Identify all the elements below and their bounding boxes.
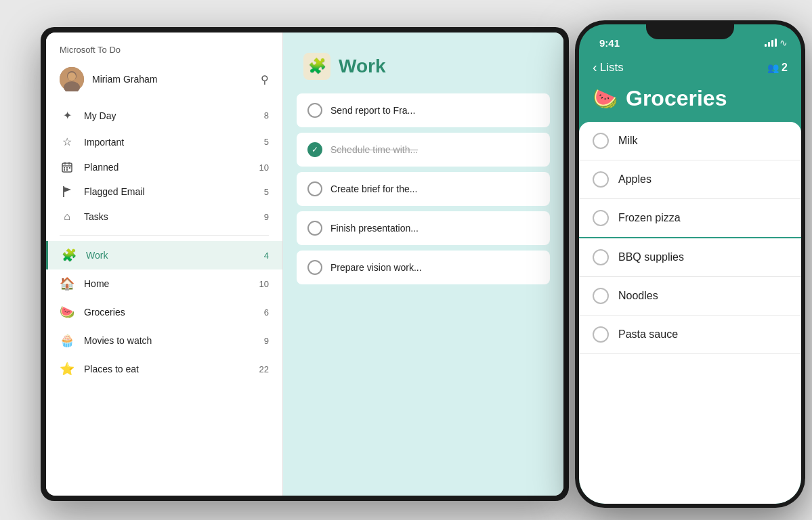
status-icons: ∿ <box>765 37 788 48</box>
people-button[interactable]: 👥 2 <box>767 62 788 74</box>
grocery-item[interactable]: Noodles <box>579 277 801 316</box>
grocery-item[interactable]: Apples <box>579 160 801 199</box>
phone-notch <box>646 20 734 39</box>
grocery-checkbox[interactable] <box>593 133 609 149</box>
phone-nav-bar: ‹ Lists 👥 2 <box>579 54 801 83</box>
movies-emoji-icon: 🧁 <box>60 333 74 348</box>
sidebar-nav: ✦ My Day 8 ☆ Important 5 <box>46 97 282 389</box>
user-info: Miriam Graham <box>60 67 157 91</box>
calendar-icon <box>60 162 74 173</box>
grocery-list: Milk Apples Frozen pizza BBQ supplies No… <box>579 122 801 504</box>
task-checkbox[interactable] <box>307 221 322 236</box>
sidebar-item-work[interactable]: 🧩 Work 4 <box>46 241 282 269</box>
svg-rect-9 <box>66 167 68 169</box>
nav-label: Home <box>84 278 259 289</box>
grocery-text: Noodles <box>618 290 658 302</box>
sidebar-item-flagged-email[interactable]: Flagged Email 5 <box>46 179 282 204</box>
nav-label: Flagged Email <box>84 186 264 197</box>
task-text: Schedule time with... <box>330 144 418 155</box>
sidebar-item-places[interactable]: ⭐ Places to eat 22 <box>46 355 282 383</box>
task-item[interactable]: ✓ Schedule time with... <box>297 133 550 167</box>
back-arrow-icon: ‹ <box>593 60 597 75</box>
signal-icon <box>765 39 777 47</box>
tablet-device: Microsoft To Do Miriam Graham ⚲ <box>41 27 569 501</box>
grocery-text: Frozen pizza <box>618 212 681 224</box>
nav-count: 5 <box>264 137 269 147</box>
task-text: Finish presentation... <box>330 223 419 234</box>
divider <box>60 235 269 236</box>
main-content: 🧩 Work Send report to Fra... ✓ Schedule … <box>283 32 563 496</box>
groceries-emoji-icon: 🍉 <box>60 305 74 320</box>
nav-count: 5 <box>264 187 269 197</box>
task-item[interactable]: Prepare vision work... <box>297 251 550 284</box>
nav-label: Important <box>84 137 264 148</box>
sidebar-item-my-day[interactable]: ✦ My Day 8 <box>46 102 282 129</box>
grocery-checkbox[interactable] <box>593 288 609 304</box>
task-list: Send report to Fra... ✓ Schedule time wi… <box>283 93 563 284</box>
sidebar: Microsoft To Do Miriam Graham ⚲ <box>46 32 283 496</box>
nav-count: 10 <box>259 279 269 289</box>
sidebar-item-home[interactable]: 🏠 Home 10 <box>46 269 282 298</box>
home-icon: ⌂ <box>60 211 74 223</box>
grocery-checkbox[interactable] <box>593 326 609 343</box>
nav-label: Planned <box>84 162 259 173</box>
sidebar-item-important[interactable]: ☆ Important 5 <box>46 129 282 155</box>
work-title: Work <box>339 56 386 77</box>
flag-icon <box>60 186 74 197</box>
task-item[interactable]: Finish presentation... <box>297 211 550 245</box>
places-emoji-icon: ⭐ <box>60 362 74 376</box>
checkmark-icon: ✓ <box>312 145 318 154</box>
nav-label: Groceries <box>84 307 264 318</box>
sun-icon: ✦ <box>60 109 74 122</box>
search-button[interactable]: ⚲ <box>261 73 269 86</box>
svg-point-3 <box>68 72 76 81</box>
user-row: Miriam Graham ⚲ <box>46 62 282 97</box>
status-time: 9:41 <box>599 37 620 49</box>
user-name: Miriam Graham <box>92 74 157 85</box>
work-emoji-icon: 🧩 <box>62 248 77 263</box>
grocery-item[interactable]: BBQ supplies <box>579 238 801 277</box>
phone-screen: 9:41 ∿ ‹ Lists 👥 2 <box>579 24 801 504</box>
grocery-item[interactable]: Frozen pizza <box>579 199 801 238</box>
nav-label: My Day <box>84 110 264 121</box>
home-emoji-icon: 🏠 <box>60 276 74 291</box>
task-checkbox[interactable] <box>307 181 322 196</box>
nav-count: 6 <box>264 307 269 318</box>
task-text: Prepare vision work... <box>330 262 422 273</box>
task-item[interactable]: Create brief for the... <box>297 172 550 206</box>
task-checkbox[interactable] <box>307 103 322 118</box>
task-checkbox[interactable] <box>307 260 322 275</box>
nav-label: Movies to watch <box>84 335 264 346</box>
grocery-checkbox[interactable] <box>593 249 609 265</box>
sidebar-item-planned[interactable]: Planned 10 <box>46 155 282 179</box>
grocery-header: 🍉 Groceries <box>579 83 801 122</box>
grocery-text: Apples <box>618 173 651 186</box>
back-label: Lists <box>600 61 624 74</box>
svg-rect-8 <box>64 167 65 169</box>
people-icon: 👥 <box>767 62 779 73</box>
grocery-checkbox[interactable] <box>593 210 609 226</box>
grocery-text: Pasta sauce <box>618 328 678 341</box>
task-item[interactable]: Send report to Fra... <box>297 93 550 127</box>
grocery-text: BBQ supplies <box>618 251 684 263</box>
task-checkbox-completed[interactable]: ✓ <box>307 142 322 157</box>
nav-count: 4 <box>264 251 269 261</box>
back-button[interactable]: ‹ Lists <box>593 60 624 75</box>
grocery-checkbox[interactable] <box>593 171 609 188</box>
sidebar-item-groceries[interactable]: 🍉 Groceries 6 <box>46 298 282 326</box>
nav-label: Places to eat <box>84 364 259 374</box>
task-text: Create brief for the... <box>330 183 417 194</box>
svg-rect-12 <box>66 169 68 171</box>
sidebar-item-movies[interactable]: 🧁 Movies to watch 9 <box>46 326 282 355</box>
wifi-icon: ∿ <box>779 37 788 48</box>
app-title: Microsoft To Do <box>46 32 282 62</box>
grocery-item[interactable]: Milk <box>579 122 801 160</box>
grocery-item[interactable]: Pasta sauce <box>579 316 801 354</box>
nav-count: 10 <box>259 162 269 173</box>
work-icon: 🧩 <box>303 53 330 80</box>
grocery-emoji-icon: 🍉 <box>593 87 618 110</box>
grocery-title: Groceries <box>626 86 727 111</box>
sidebar-item-tasks[interactable]: ⌂ Tasks 9 <box>46 204 282 230</box>
svg-rect-10 <box>69 167 70 169</box>
work-header: 🧩 Work <box>283 32 563 93</box>
